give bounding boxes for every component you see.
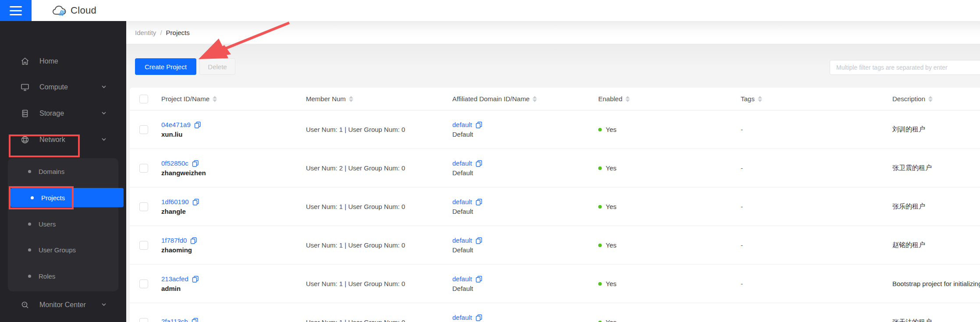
sidebar-item-users[interactable]: Users bbox=[8, 214, 118, 234]
copy-icon[interactable] bbox=[192, 276, 199, 283]
sidebar-item-label: Roles bbox=[39, 272, 55, 280]
copy-icon[interactable] bbox=[476, 121, 483, 128]
tag-filter-input[interactable] bbox=[830, 60, 980, 75]
project-id-link[interactable]: 0f52850c bbox=[161, 159, 188, 167]
copy-icon[interactable] bbox=[476, 276, 483, 283]
column-header-enabled[interactable]: Enabled bbox=[598, 95, 741, 103]
copy-icon[interactable] bbox=[476, 198, 483, 205]
project-id-link[interactable]: 1df60190 bbox=[161, 198, 189, 205]
network-icon bbox=[20, 135, 30, 145]
status-dot-icon bbox=[598, 282, 602, 286]
sort-icon[interactable] bbox=[625, 96, 630, 102]
project-id-link[interactable]: 1f787fd0 bbox=[161, 237, 187, 244]
copy-icon[interactable] bbox=[192, 318, 199, 322]
sidebar-item-domains[interactable]: Domains bbox=[8, 162, 118, 181]
row-checkbox[interactable] bbox=[139, 202, 148, 211]
column-header-project-id-name[interactable]: Project ID/Name bbox=[161, 95, 306, 103]
chevron-down-icon bbox=[101, 301, 108, 308]
toolbar: Create Project Delete bbox=[126, 44, 980, 88]
brand-logo[interactable]: Cloud bbox=[52, 0, 96, 21]
copy-icon[interactable] bbox=[192, 198, 199, 205]
sidebar-item-label: Home bbox=[39, 57, 58, 65]
hamburger-icon bbox=[10, 10, 22, 11]
domain-id-link[interactable]: default bbox=[452, 275, 472, 283]
status-dot-icon bbox=[598, 166, 602, 170]
sort-icon[interactable] bbox=[349, 96, 353, 102]
copy-icon[interactable] bbox=[192, 160, 199, 167]
sort-icon[interactable] bbox=[213, 96, 217, 102]
member-num-cell: User Num: 1 | User Group Num: 0 bbox=[306, 318, 452, 322]
project-name: zhaoming bbox=[161, 246, 306, 254]
row-checkbox[interactable] bbox=[139, 318, 148, 322]
tags-cell: - bbox=[741, 164, 892, 172]
domain-id-link[interactable]: default bbox=[452, 121, 472, 128]
copy-icon[interactable] bbox=[190, 237, 197, 244]
description-cell: 刘训的租户 bbox=[892, 125, 980, 134]
sidebar-item-roles[interactable]: Roles bbox=[8, 266, 118, 286]
table-body: 04e471a9 xun.liu User Num: 1 | User Grou… bbox=[130, 110, 980, 322]
table-row: 2fa113cb User Num: 1 | User Group Num: 0… bbox=[130, 303, 980, 322]
cloud-logo-icon bbox=[52, 5, 67, 17]
enabled-value: Yes bbox=[606, 241, 616, 249]
sort-icon[interactable] bbox=[533, 96, 537, 102]
chevron-down-icon bbox=[101, 84, 108, 91]
status-dot-icon bbox=[598, 128, 602, 131]
delete-button[interactable]: Delete bbox=[199, 58, 235, 75]
project-name: admin bbox=[161, 285, 306, 292]
sidebar-item-network[interactable]: Network bbox=[0, 130, 126, 149]
breadcrumb-parent[interactable]: Identity bbox=[135, 29, 156, 36]
domain-id-link[interactable]: default bbox=[452, 237, 472, 244]
enabled-value: Yes bbox=[606, 164, 616, 172]
column-header-description[interactable]: Description bbox=[892, 95, 980, 103]
row-checkbox[interactable] bbox=[139, 125, 148, 134]
breadcrumb-separator: / bbox=[160, 29, 162, 36]
copy-icon[interactable] bbox=[476, 237, 483, 244]
domain-id-link[interactable]: default bbox=[452, 198, 472, 205]
sidebar-item-user-groups[interactable]: User Groups bbox=[8, 240, 118, 259]
project-id-link[interactable]: 04e471a9 bbox=[161, 121, 191, 128]
bullet-icon bbox=[28, 170, 31, 173]
main-content: Identity / Projects Create Project Delet… bbox=[126, 21, 980, 322]
sidebar-item-compute[interactable]: Compute bbox=[0, 78, 126, 97]
domain-id-link[interactable]: default bbox=[452, 159, 472, 167]
copy-icon[interactable] bbox=[476, 160, 483, 167]
table-row: 213acfed admin User Num: 1 | User Group … bbox=[130, 265, 980, 303]
member-num-cell: User Num: 1 | User Group Num: 0 bbox=[306, 203, 452, 210]
sidebar-item-home[interactable]: Home bbox=[0, 52, 126, 71]
topbar: Cloud bbox=[0, 0, 980, 21]
row-checkbox[interactable] bbox=[139, 280, 148, 288]
sort-icon[interactable] bbox=[928, 96, 933, 102]
column-header-tags[interactable]: Tags bbox=[741, 95, 892, 103]
sidebar-item-monitor-center[interactable]: Monitor Center bbox=[0, 295, 126, 315]
row-checkbox[interactable] bbox=[139, 241, 148, 250]
status-dot-icon bbox=[598, 205, 602, 209]
project-id-link[interactable]: 213acfed bbox=[161, 275, 188, 283]
hamburger-menu-button[interactable] bbox=[0, 0, 32, 21]
bullet-icon bbox=[31, 196, 34, 199]
copy-icon[interactable] bbox=[476, 314, 483, 321]
column-header-affiliated-domain[interactable]: Affiliated Domain ID/Name bbox=[452, 95, 598, 103]
enabled-value: Yes bbox=[606, 318, 616, 322]
create-project-button[interactable]: Create Project bbox=[135, 58, 196, 75]
sidebar-item-label: Compute bbox=[39, 83, 68, 91]
select-all-checkbox[interactable] bbox=[139, 95, 148, 103]
enabled-value: Yes bbox=[606, 203, 616, 210]
sidebar-item-projects[interactable]: Projects bbox=[11, 188, 124, 207]
sort-icon[interactable] bbox=[758, 96, 762, 102]
page: Cloud Home Compute Storage bbox=[0, 0, 980, 322]
domain-id-link[interactable]: default bbox=[452, 314, 472, 321]
copy-icon[interactable] bbox=[194, 121, 201, 128]
tags-cell: - bbox=[741, 203, 892, 210]
domain-name: Default bbox=[452, 208, 598, 215]
bullet-icon bbox=[28, 223, 31, 226]
domain-name: Default bbox=[452, 285, 598, 292]
sidebar-item-label: Network bbox=[39, 136, 65, 144]
sidebar-item-storage[interactable]: Storage bbox=[0, 104, 126, 123]
column-header-member-num[interactable]: Member Num bbox=[306, 95, 452, 103]
enabled-value: Yes bbox=[606, 280, 616, 287]
row-checkbox[interactable] bbox=[139, 164, 148, 173]
tags-cell: - bbox=[741, 241, 892, 249]
magnifier-icon bbox=[20, 300, 30, 310]
sidebar-item-label: Storage bbox=[39, 110, 64, 117]
project-id-link[interactable]: 2fa113cb bbox=[161, 318, 188, 322]
